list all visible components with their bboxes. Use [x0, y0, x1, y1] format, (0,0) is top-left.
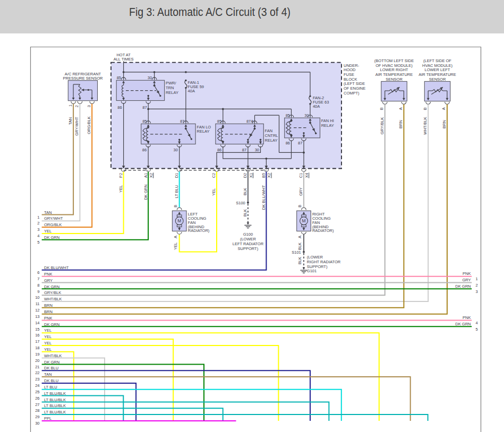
svg-text:DK BLU: DK BLU [44, 366, 58, 370]
svg-text:UNDER-: UNDER- [344, 63, 360, 68]
svg-text:25: 25 [35, 390, 39, 394]
svg-text:3: 3 [37, 227, 39, 232]
svg-text:BLK: BLK [297, 257, 302, 264]
svg-text:RELAY: RELAY [166, 90, 178, 95]
svg-text:X2: X2 [267, 173, 271, 178]
svg-text:3: 3 [476, 289, 478, 294]
svg-text:P2: P2 [118, 173, 123, 178]
svg-text:YEL: YEL [173, 243, 178, 250]
svg-text:D2: D2 [243, 173, 247, 178]
svg-text:87: 87 [298, 141, 302, 145]
svg-text:DK GRN: DK GRN [44, 360, 59, 365]
svg-text:27: 27 [35, 402, 39, 407]
svg-text:DK GRN: DK GRN [44, 235, 59, 240]
svg-text:X4: X4 [304, 173, 309, 178]
svg-text:RADIATOR): RADIATOR) [312, 228, 334, 233]
svg-text:A1: A1 [143, 173, 148, 178]
svg-text:RELAY: RELAY [321, 123, 334, 128]
svg-text:PRESSURE SENSOR: PRESSURE SENSOR [63, 76, 103, 81]
svg-text:86: 86 [117, 105, 122, 110]
svg-text:LT BLU/BLK: LT BLU/BLK [44, 403, 66, 408]
svg-text:30: 30 [304, 113, 309, 118]
svg-text:(BOTTOM LEFT SIDE: (BOTTOM LEFT SIDE [374, 58, 414, 63]
svg-text:GRY/BLK: GRY/BLK [44, 290, 61, 295]
svg-text:FUSE: FUSE [344, 72, 354, 77]
svg-text:LT BLU/BLK: LT BLU/BLK [44, 410, 66, 414]
svg-text:ALL TIMES: ALL TIMES [114, 57, 134, 62]
svg-text:GRY/WHT: GRY/WHT [44, 216, 63, 221]
svg-text:SENSOR: SENSOR [429, 77, 446, 82]
svg-text:4: 4 [476, 321, 478, 325]
svg-text:B: B [173, 205, 178, 208]
svg-text:BRN: BRN [398, 120, 403, 128]
svg-text:RADIATOR): RADIATOR) [188, 228, 210, 233]
svg-text:2: 2 [476, 283, 478, 288]
svg-text:RELAY: RELAY [197, 129, 210, 134]
svg-text:C1: C1 [298, 173, 303, 178]
svg-text:SENSOR: SENSOR [386, 77, 403, 82]
svg-text:DK GRN: DK GRN [455, 322, 471, 326]
svg-text:HVAC MODULE): HVAC MODULE) [422, 63, 452, 68]
svg-text:(LEFT SIDE: (LEFT SIDE [344, 81, 365, 86]
svg-text:AIR TEMPERATURE: AIR TEMPERATURE [375, 72, 413, 77]
svg-text:2: 2 [37, 221, 39, 226]
svg-text:BLK: BLK [243, 209, 247, 217]
svg-text:LEFT RADIATOR: LEFT RADIATOR [233, 241, 264, 246]
svg-text:ORG/BLK: ORG/BLK [87, 116, 91, 134]
svg-text:(LOWER: (LOWER [240, 237, 257, 241]
svg-text:DK GRN: DK GRN [44, 284, 59, 289]
svg-text:DK BLU/WHT: DK BLU/WHT [44, 265, 69, 270]
svg-text:3: 3 [87, 105, 91, 107]
svg-text:D1: D1 [174, 173, 179, 178]
svg-text:16: 16 [35, 333, 39, 338]
svg-text:1: 1 [68, 105, 73, 107]
svg-text:LT BLU: LT BLU [44, 385, 57, 390]
svg-text:1: 1 [476, 277, 478, 281]
svg-text:WHT/BLK: WHT/BLK [44, 353, 62, 358]
svg-text:PPL: PPL [44, 416, 52, 421]
svg-text:YEL: YEL [211, 188, 216, 196]
svg-text:85: 85 [217, 119, 221, 124]
svg-text:86: 86 [217, 148, 221, 152]
svg-text:X2: X2 [149, 173, 153, 178]
svg-text:BRN: BRN [44, 309, 53, 314]
svg-text:40A: 40A [313, 104, 320, 109]
svg-text:GRY: GRY [462, 278, 471, 282]
svg-text:YEL: YEL [44, 229, 52, 234]
svg-text:13: 13 [35, 314, 39, 319]
svg-text:85: 85 [117, 75, 121, 80]
svg-text:GRY/BLK: GRY/BLK [380, 117, 385, 134]
svg-text:Fig 3: Automatic A/C Circuit (: Fig 3: Automatic A/C Circuit (3 of 4) [129, 6, 291, 19]
svg-text:14: 14 [35, 321, 39, 325]
svg-text:OF HVAC MODULE): OF HVAC MODULE) [375, 63, 413, 68]
svg-text:29: 29 [35, 414, 39, 419]
svg-text:B: B [379, 107, 384, 110]
svg-text:BRN: BRN [44, 303, 53, 308]
svg-text:C2: C2 [211, 173, 216, 178]
svg-text:DK GRN: DK GRN [143, 184, 148, 200]
svg-text:BLOCK: BLOCK [344, 77, 357, 82]
svg-text:M: M [302, 218, 305, 223]
svg-text:BLK: BLK [297, 243, 302, 250]
svg-text:30: 30 [174, 148, 178, 152]
svg-text:YEL: YEL [44, 328, 52, 333]
svg-text:ORG/BLK: ORG/BLK [44, 222, 62, 227]
svg-text:86: 86 [142, 148, 147, 152]
svg-text:5: 5 [476, 327, 478, 332]
svg-text:COMPT): COMPT) [344, 91, 360, 96]
svg-text:1: 1 [37, 215, 39, 220]
svg-text:A: A [398, 107, 403, 110]
svg-text:10: 10 [35, 295, 39, 300]
svg-text:85: 85 [286, 113, 290, 118]
svg-text:B: B [297, 205, 302, 208]
svg-text:15: 15 [35, 327, 39, 332]
svg-text:18: 18 [35, 345, 39, 350]
svg-text:YEL: YEL [44, 334, 52, 339]
svg-text:21: 21 [35, 365, 39, 369]
svg-text:6: 6 [37, 270, 39, 275]
svg-text:G100: G100 [243, 232, 253, 237]
svg-text:86: 86 [286, 141, 290, 145]
svg-text:PNK: PNK [463, 315, 471, 320]
svg-text:30: 30 [255, 148, 259, 152]
svg-text:30: 30 [148, 75, 152, 80]
